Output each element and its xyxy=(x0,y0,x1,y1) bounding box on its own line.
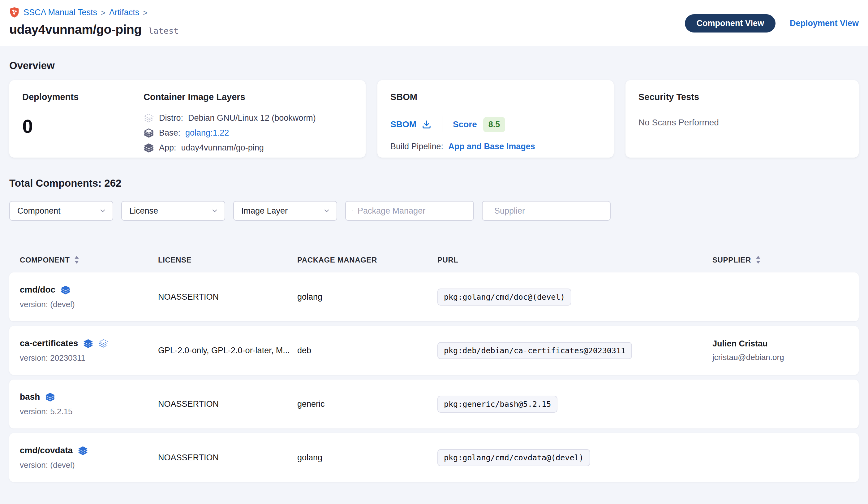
app-layer-icon xyxy=(61,285,71,295)
base-image-link[interactable]: golang:1.22 xyxy=(185,128,229,138)
download-icon[interactable] xyxy=(422,120,431,129)
table-row[interactable]: cmd/covdata version: (devel) NOASSERTION… xyxy=(9,433,859,482)
page-header: SSCA Manual Tests > Artifacts > uday4vun… xyxy=(0,0,868,46)
license-cell: NOASSERTION xyxy=(158,453,297,463)
layer-value: Debian GNU/Linux 12 (bookworm) xyxy=(188,113,316,123)
build-pipeline-label: Build Pipeline: xyxy=(390,142,443,151)
sbom-card-title: SBOM xyxy=(390,92,601,102)
deployments-and-layers-card: Deployments 0 Container Image Layers Dis… xyxy=(9,80,366,158)
app-layer-icon xyxy=(83,339,93,348)
component-view-button[interactable]: Component View xyxy=(685,14,775,32)
security-tests-title: Security Tests xyxy=(639,92,846,102)
layer-label: Distro: xyxy=(159,113,183,123)
layer-value: uday4vunnam/go-ping xyxy=(181,143,264,153)
sbom-download-link[interactable]: SBOM xyxy=(390,120,431,129)
components-table-body: cmd/doc version: (devel) NOASSERTION gol… xyxy=(9,272,859,482)
purl-cell: pkg:generic/bash@5.2.15 xyxy=(437,396,712,413)
base-layer-row: Base: golang:1.22 xyxy=(144,128,353,138)
column-header-purl: PURL xyxy=(437,256,712,264)
image-layer-filter-label: Image Layer xyxy=(241,206,288,216)
sbom-card: SBOM SBOM Score 8.5 Build Pipeline: App … xyxy=(378,80,614,158)
score-label: Score xyxy=(453,120,477,129)
deployments-section: Deployments 0 xyxy=(22,92,144,146)
column-label: PURL xyxy=(437,256,458,264)
breadcrumb-separator: > xyxy=(101,8,105,17)
component-cell: cmd/covdata version: (devel) xyxy=(20,445,158,470)
image-layer-filter-dropdown[interactable]: Image Layer xyxy=(233,201,337,221)
package-manager-search-input[interactable] xyxy=(358,206,467,216)
column-header-component[interactable]: COMPONENT xyxy=(20,255,158,264)
artifact-tag: latest xyxy=(148,26,179,36)
component-version: version: (devel) xyxy=(20,300,158,309)
build-pipeline-link[interactable]: App and Base Images xyxy=(448,142,535,151)
sbom-row: SBOM Score 8.5 xyxy=(390,117,601,132)
breadcrumb-separator: > xyxy=(143,8,147,17)
column-label: COMPONENT xyxy=(20,256,70,264)
component-name: ca-certificates xyxy=(20,339,78,348)
license-filter-label: License xyxy=(129,206,158,216)
layers-filled-icon xyxy=(144,142,154,153)
component-version: version: (devel) xyxy=(20,460,158,470)
component-filter-label: Component xyxy=(17,206,61,216)
search-icon xyxy=(352,206,353,215)
sbom-download-label: SBOM xyxy=(390,120,416,129)
chevron-down-icon xyxy=(99,207,106,214)
sort-icon[interactable] xyxy=(74,255,79,264)
supplier-search-input[interactable] xyxy=(494,206,604,216)
purl-cell: pkg:golang/cmd/doc@(devel) xyxy=(437,289,712,305)
license-cell: NOASSERTION xyxy=(158,399,297,409)
license-filter-dropdown[interactable]: License xyxy=(121,201,225,221)
component-filter-dropdown[interactable]: Component xyxy=(9,201,113,221)
deployments-title: Deployments xyxy=(22,92,144,102)
supplier-email: jcristau@debian.org xyxy=(712,353,859,362)
breadcrumb-link-artifacts[interactable]: Artifacts xyxy=(109,8,140,17)
layer-label: App: xyxy=(159,143,176,153)
purl-chip: pkg:golang/cmd/covdata@(devel) xyxy=(437,449,590,466)
deployment-view-link[interactable]: Deployment View xyxy=(790,19,859,28)
table-row[interactable]: bash version: 5.2.15 NOASSERTION generic… xyxy=(9,380,859,429)
breadcrumb-link-project[interactable]: SSCA Manual Tests xyxy=(23,8,97,17)
container-image-layers-section: Container Image Layers Distro: Debian GN… xyxy=(144,92,353,146)
page-title: uday4vunnam/go-ping xyxy=(9,22,142,37)
package-manager-cell: golang xyxy=(297,453,437,463)
table-row[interactable]: cmd/doc version: (devel) NOASSERTION gol… xyxy=(9,272,859,321)
purl-chip: pkg:deb/debian/ca-certificates@20230311 xyxy=(437,342,632,359)
component-version: version: 20230311 xyxy=(20,353,158,363)
package-manager-search[interactable] xyxy=(345,201,474,221)
layers-half-icon xyxy=(144,128,154,138)
sort-icon[interactable] xyxy=(756,255,761,264)
component-name: bash xyxy=(20,392,40,402)
layers-dashed-icon xyxy=(144,113,154,123)
column-header-package-manager: PACKAGE MANAGER xyxy=(297,256,437,264)
component-version: version: 5.2.15 xyxy=(20,407,158,416)
component-name: cmd/doc xyxy=(20,285,55,295)
header-left: SSCA Manual Tests > Artifacts > uday4vun… xyxy=(9,7,178,37)
build-pipeline-row: Build Pipeline: App and Base Images xyxy=(390,142,601,151)
total-components-heading: Total Components: 262 xyxy=(9,178,859,189)
security-tests-card: Security Tests No Scans Performed xyxy=(626,80,859,158)
security-tests-status: No Scans Performed xyxy=(639,118,846,128)
ssca-shield-icon xyxy=(9,7,20,18)
app-layer-row: App: uday4vunnam/go-ping xyxy=(144,142,353,153)
overview-heading: Overview xyxy=(9,60,859,71)
breadcrumb: SSCA Manual Tests > Artifacts > xyxy=(9,7,178,18)
container-image-layers-title: Container Image Layers xyxy=(144,92,353,102)
license-cell: GPL-2.0-only, GPL-2.0-or-later, M... xyxy=(158,346,297,355)
chevron-down-icon xyxy=(211,207,218,214)
purl-cell: pkg:golang/cmd/covdata@(devel) xyxy=(437,449,712,466)
package-manager-cell: golang xyxy=(297,292,437,302)
purl-chip: pkg:generic/bash@5.2.15 xyxy=(437,396,557,413)
package-manager-cell: generic xyxy=(297,399,437,409)
column-header-supplier[interactable]: SUPPLIER xyxy=(712,255,859,264)
overview-cards: Deployments 0 Container Image Layers Dis… xyxy=(9,80,859,158)
chevron-down-icon xyxy=(323,207,330,214)
layer-rows: Distro: Debian GNU/Linux 12 (bookworm) B… xyxy=(144,113,353,153)
score-badge: 8.5 xyxy=(483,117,505,132)
table-row[interactable]: ca-certificates version: 20230311 GPL-2.… xyxy=(9,326,859,375)
app-layer-icon xyxy=(78,445,88,455)
title-row: uday4vunnam/go-ping latest xyxy=(9,22,178,37)
supplier-search[interactable] xyxy=(482,201,611,221)
column-label: LICENSE xyxy=(158,256,192,264)
license-cell: NOASSERTION xyxy=(158,292,297,302)
component-cell: bash version: 5.2.15 xyxy=(20,392,158,416)
